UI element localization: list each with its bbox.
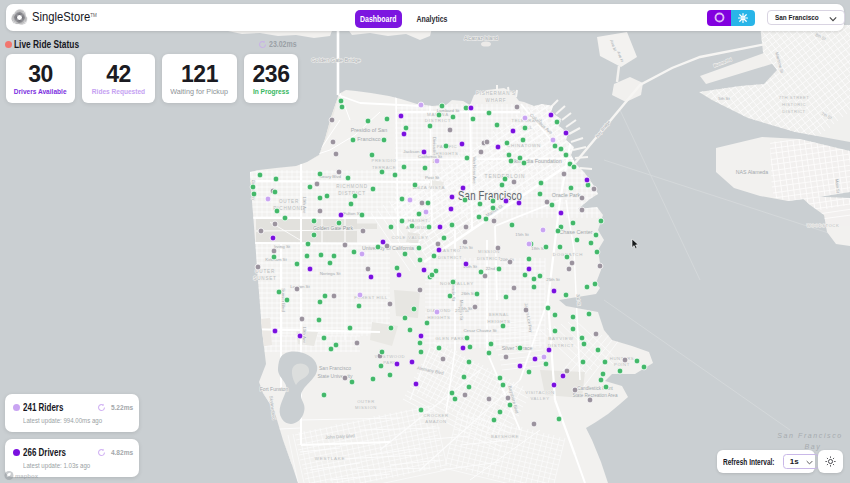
svg-text:5th St: 5th St <box>718 96 730 101</box>
svg-text:BAYSHORE: BAYSHORE <box>491 434 519 439</box>
svg-text:BERNAL: BERNAL <box>489 312 509 317</box>
svg-text:HAIGHT-: HAIGHT- <box>408 218 431 223</box>
svg-text:Wikimedia Foundation: Wikimedia Foundation <box>508 158 561 164</box>
svg-text:FISHERMAN'S: FISHERMAN'S <box>476 91 516 96</box>
svg-text:WOODSTOCK: WOODSTOCK <box>807 223 839 228</box>
svg-text:San Francisco: San Francisco <box>777 432 843 439</box>
svg-text:DISTRICT: DISTRICT <box>438 255 462 260</box>
svg-text:7TH STREET: 7TH STREET <box>779 95 810 100</box>
svg-text:Alcatraz Island: Alcatraz Island <box>464 35 498 41</box>
svg-text:PRESIDIO: PRESIDIO <box>372 158 397 163</box>
svg-text:DISTRICT: DISTRICT <box>548 343 575 348</box>
svg-text:Lawton St: Lawton St <box>290 284 310 289</box>
svg-text:VISITACION: VISITACION <box>525 390 554 395</box>
svg-text:State Recreation Area: State Recreation Area <box>573 393 618 398</box>
svg-text:NAS Alameda: NAS Alameda <box>736 169 768 175</box>
svg-text:BAYVIEW: BAYVIEW <box>548 336 573 341</box>
svg-text:DISTRICT: DISTRICT <box>425 118 452 123</box>
svg-text:Oracle Park: Oracle Park <box>552 192 581 198</box>
svg-text:Golden Gate Park: Golden Gate Park <box>313 225 354 231</box>
svg-text:25th St: 25th St <box>546 277 560 282</box>
svg-text:mapbox: mapbox <box>15 473 39 479</box>
svg-text:TERRACE: TERRACE <box>372 165 396 170</box>
svg-text:SUNSET: SUNSET <box>253 276 276 281</box>
svg-text:Noriega St: Noriega St <box>320 271 342 276</box>
svg-text:Cesar Chavez St: Cesar Chavez St <box>463 328 497 333</box>
svg-text:26th St: 26th St <box>461 291 475 296</box>
svg-text:15th St: 15th St <box>515 232 529 237</box>
svg-text:GLEN PARK: GLEN PARK <box>435 336 464 341</box>
svg-text:Chase Center: Chase Center <box>559 229 592 235</box>
svg-text:OUTER: OUTER <box>279 199 299 204</box>
svg-text:WHARF: WHARF <box>486 98 507 103</box>
svg-text:HEIGHTS: HEIGHTS <box>488 319 511 324</box>
svg-text:VALLEY: VALLEY <box>530 396 549 401</box>
svg-text:HISTORIC: HISTORIC <box>782 102 806 107</box>
svg-text:19th Ave: 19th Ave <box>302 196 307 214</box>
svg-text:CASTRO: CASTRO <box>439 248 460 253</box>
svg-text:Irving St: Irving St <box>274 244 291 249</box>
svg-text:California St: California St <box>418 154 443 159</box>
svg-text:Fort Funston: Fort Funston <box>260 386 289 392</box>
svg-text:CROCKER: CROCKER <box>423 413 448 418</box>
svg-text:POINT: POINT <box>614 362 630 367</box>
svg-text:AMAZON: AMAZON <box>425 419 447 424</box>
svg-text:RICHMOND: RICHMOND <box>336 184 368 189</box>
svg-text:Presidio of San: Presidio of San <box>351 127 388 133</box>
svg-text:WESTLAKE: WESTLAKE <box>315 456 345 461</box>
svg-text:HEIGHTS: HEIGHTS <box>428 315 451 320</box>
svg-text:24th St: 24th St <box>458 306 473 311</box>
svg-text:Golden Gate Bridge: Golden Gate Bridge <box>311 57 360 63</box>
svg-text:OUTER: OUTER <box>357 399 375 404</box>
svg-text:DISTRICT: DISTRICT <box>477 256 501 261</box>
svg-text:CHINATOWN: CHINATOWN <box>507 143 541 148</box>
svg-text:Great Hwy: Great Hwy <box>251 179 257 201</box>
svg-text:DISTRICT: DISTRICT <box>782 109 805 114</box>
svg-text:MISSION: MISSION <box>355 405 377 410</box>
svg-text:NOE VALLEY: NOE VALLEY <box>440 281 474 286</box>
svg-text:COLE VALLEY: COLE VALLEY <box>391 235 428 240</box>
svg-text:Francisco: Francisco <box>357 136 380 142</box>
svg-text:17th St: 17th St <box>459 245 473 250</box>
svg-text:Post St: Post St <box>425 175 440 180</box>
svg-text:San Francisco: San Francisco <box>319 365 351 371</box>
svg-text:Van Ness Ave: Van Ness Ave <box>472 156 477 184</box>
